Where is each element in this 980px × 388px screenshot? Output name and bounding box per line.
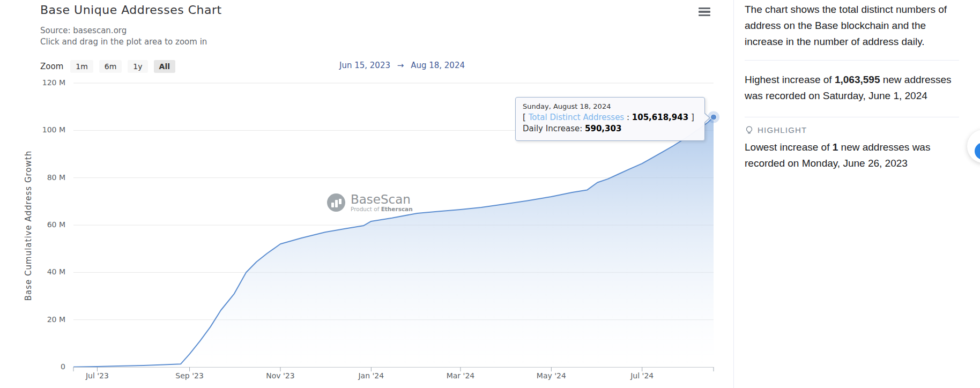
tooltip-daily-value: 590,303 bbox=[585, 124, 621, 133]
tooltip-daily-increase: Daily Increase: 590,303 bbox=[523, 124, 697, 133]
y-axis-tick-label: 60 M bbox=[23, 220, 65, 229]
basescan-watermark: BaseScan Product of Etherscan bbox=[326, 192, 413, 213]
highlight-label: HIGHLIGHT bbox=[758, 125, 807, 135]
lowest-increase-text: Lowest increase of 1 new addresses was r… bbox=[745, 139, 961, 171]
chart-description-text: The chart shows the total distinct numbe… bbox=[745, 2, 961, 50]
tooltip-value: 105,618,943 bbox=[632, 113, 688, 122]
watermark-name: BaseScan bbox=[351, 193, 413, 206]
chart-card: Base Unique Addresses Chart Source: base… bbox=[0, 0, 733, 388]
y-axis-tick-label: 40 M bbox=[23, 267, 65, 276]
page: Base Unique Addresses Chart Source: base… bbox=[0, 0, 980, 388]
x-axis-tick-label: Nov '23 bbox=[255, 371, 306, 380]
y-axis-tick-label: 100 M bbox=[23, 125, 65, 134]
tooltip-total-addresses: [ Total Distinct Addresses : 105,618,943… bbox=[523, 113, 697, 122]
y-axis-tick-label: 20 M bbox=[23, 315, 65, 324]
tooltip-series-name: Total Distinct Addresses bbox=[529, 113, 625, 122]
x-axis-tick-label: Jul '23 bbox=[71, 371, 123, 380]
highlight-header: HIGHLIGHT bbox=[745, 125, 807, 135]
insights-panel: The chart shows the total distinct numbe… bbox=[734, 0, 980, 388]
x-axis-tick-label: Mar '24 bbox=[435, 371, 486, 380]
y-axis-tick-label: 0 bbox=[23, 362, 65, 371]
basescan-logo-icon bbox=[326, 192, 346, 213]
tooltip-date: Sunday, August 18, 2024 bbox=[523, 102, 697, 110]
highest-increase-text: Highest increase of 1,063,595 new addres… bbox=[745, 72, 961, 104]
x-axis-tick-label: Jul '24 bbox=[617, 371, 668, 380]
x-axis-tick-label: May '24 bbox=[525, 371, 577, 380]
y-axis-tick-label: 120 M bbox=[23, 78, 65, 87]
divider bbox=[745, 60, 959, 61]
lightbulb-icon bbox=[745, 125, 754, 135]
divider bbox=[745, 117, 959, 117]
chart-tooltip: Sunday, August 18, 2024 [ Total Distinct… bbox=[515, 97, 705, 141]
x-axis-tick-label: Jan '24 bbox=[345, 371, 397, 380]
x-axis-tick-label: Sep '23 bbox=[164, 371, 216, 380]
y-axis-tick-label: 80 M bbox=[23, 173, 65, 182]
watermark-product-line: Product of Etherscan bbox=[351, 206, 413, 212]
